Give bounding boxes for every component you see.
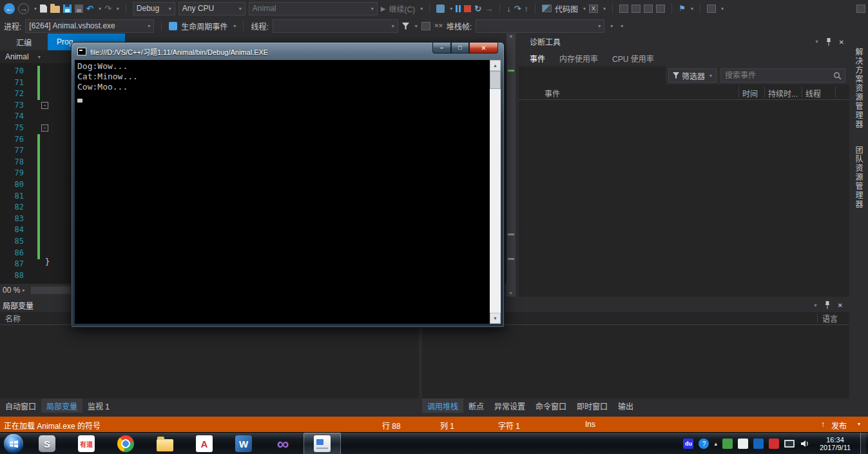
navigate-window-icon[interactable] xyxy=(656,5,665,13)
codemap-icon[interactable] xyxy=(542,5,552,12)
codemap-label[interactable]: 代码图 xyxy=(555,3,578,14)
window-position-icon[interactable] xyxy=(815,302,817,308)
tab-disassembly[interactable]: 汇编 xyxy=(0,34,48,50)
search-icon[interactable] xyxy=(833,72,842,80)
taskbar-button-running-console-app[interactable] xyxy=(304,433,341,454)
redo-icon[interactable] xyxy=(104,4,111,14)
step-into-icon[interactable] xyxy=(506,4,511,14)
full-screen-icon[interactable] xyxy=(644,5,653,13)
baidu-tray-icon[interactable]: du xyxy=(683,439,693,449)
stop-debugging-icon[interactable] xyxy=(464,5,471,12)
attach-process-icon[interactable] xyxy=(436,5,445,13)
search-events-box[interactable] xyxy=(720,68,845,83)
show-flagged-only-icon[interactable]: ✕✕ xyxy=(434,23,443,29)
antivirus-tray-icon[interactable] xyxy=(722,439,733,449)
bookmark-caret-icon[interactable] xyxy=(691,6,693,12)
undo-icon[interactable] xyxy=(86,4,93,14)
navigate-back-icon[interactable] xyxy=(4,3,15,14)
messenger-tray-icon[interactable] xyxy=(753,439,764,449)
diagnostics-title-bar[interactable]: 诊断工具 xyxy=(519,34,849,50)
scroll-up-icon[interactable] xyxy=(509,34,514,38)
save-icon[interactable] xyxy=(63,5,72,13)
tab-locals[interactable]: 局部变量 xyxy=(41,399,82,413)
split-window-icon[interactable] xyxy=(632,5,641,13)
column-thread[interactable]: 线程 xyxy=(805,88,821,99)
search-events-input[interactable] xyxy=(721,69,845,82)
pin-icon[interactable] xyxy=(824,301,831,309)
publish-caret-icon[interactable] xyxy=(858,421,860,427)
tab-events[interactable]: 事件 xyxy=(524,50,551,66)
console-scrollbar-thumb[interactable] xyxy=(490,71,501,89)
column-event[interactable]: 事件 xyxy=(545,88,560,99)
close-icon[interactable] xyxy=(838,301,843,310)
console-scroll-up-icon[interactable] xyxy=(490,60,501,71)
tab-output[interactable]: 输出 xyxy=(613,399,639,413)
tab-cpu-usage[interactable]: CPU 使用率 xyxy=(606,50,660,66)
column-time[interactable]: 时间 xyxy=(742,88,758,99)
fold-collapse-marker[interactable] xyxy=(41,124,48,132)
console-output-area[interactable]: Dog:Wow...Cat:Minow...Cow:Moo... xyxy=(75,60,501,324)
tab-command-window[interactable]: 命令窗口 xyxy=(530,399,572,413)
column-name[interactable]: 名称 xyxy=(5,313,21,324)
show-desktop-button[interactable] xyxy=(860,433,866,454)
project-dropdown-caret-icon[interactable] xyxy=(38,54,41,60)
publish-button[interactable]: 发布 xyxy=(831,420,847,431)
stack-frame-caret-icon[interactable] xyxy=(610,23,613,29)
startup-project-dropdown[interactable]: Animal xyxy=(249,2,378,15)
flag-tray-icon[interactable] xyxy=(769,439,779,449)
window-position-icon[interactable] xyxy=(816,39,818,44)
console-scroll-down-icon[interactable] xyxy=(490,313,501,324)
continue-caret-icon[interactable] xyxy=(420,6,423,12)
tab-exception-settings[interactable]: 异常设置 xyxy=(489,399,530,413)
filter-caret-icon[interactable] xyxy=(415,23,418,29)
tab-watch-1[interactable]: 监视 1 xyxy=(82,399,115,413)
filter-button[interactable]: 筛选器 xyxy=(668,68,717,83)
tab-immediate-window[interactable]: 即时窗口 xyxy=(572,399,613,413)
show-hidden-icons-arrow[interactable] xyxy=(714,440,717,447)
project-dropdown[interactable]: Animal xyxy=(5,52,29,61)
extensions-caret-icon[interactable] xyxy=(721,6,724,12)
platform-dropdown[interactable]: Any CPU xyxy=(178,2,246,15)
save-all-icon[interactable] xyxy=(75,5,83,13)
volume-icon[interactable] xyxy=(800,439,810,449)
start-button[interactable] xyxy=(4,434,23,453)
tab-solution-explorer[interactable]: 解决方案资源管理器 xyxy=(853,48,864,129)
console-scrollbar[interactable] xyxy=(490,60,501,324)
extensions-icon[interactable] xyxy=(707,5,716,13)
nav-history-caret-icon[interactable] xyxy=(34,6,37,12)
network-tray-icon[interactable] xyxy=(784,440,795,448)
taskbar-button-adobe-reader[interactable]: A xyxy=(186,433,223,454)
thread-filter-icon[interactable] xyxy=(402,23,409,30)
pin-icon[interactable] xyxy=(825,38,832,46)
minimize-button[interactable] xyxy=(432,43,451,54)
taskbar-button-visual-studio[interactable]: ∞ xyxy=(264,433,302,454)
navigate-forward-icon[interactable] xyxy=(18,3,29,14)
thread-dropdown[interactable] xyxy=(273,19,398,33)
architecture-caret-icon[interactable] xyxy=(603,6,606,12)
continue-label[interactable]: 继续(C) xyxy=(389,3,416,14)
break-all-icon[interactable] xyxy=(456,5,461,12)
console-title-bar[interactable]: file:///D:/VS/C++/习题1.11/Animal/bin/Debu… xyxy=(77,46,268,57)
step-over-icon[interactable] xyxy=(514,4,521,14)
maximize-button[interactable] xyxy=(451,43,469,54)
toolbar-overflow-icon[interactable] xyxy=(621,23,623,29)
tab-autos[interactable]: 自动窗口 xyxy=(0,399,41,413)
window-layout-icon[interactable] xyxy=(619,5,628,13)
fold-collapse-marker[interactable] xyxy=(41,102,48,109)
stack-frame-dropdown[interactable] xyxy=(476,19,604,33)
restart-icon[interactable] xyxy=(474,4,481,14)
architecture-icon[interactable]: X xyxy=(589,5,598,13)
toolbar-options-icon[interactable] xyxy=(856,5,865,13)
open-file-icon[interactable] xyxy=(50,6,60,13)
publish-arrow-icon[interactable]: ↑ xyxy=(821,420,825,429)
new-file-icon[interactable] xyxy=(40,5,47,13)
ime-tray-icon[interactable] xyxy=(738,439,748,449)
tab-team-explorer[interactable]: 团队资源管理器 xyxy=(853,146,864,209)
console-window[interactable]: file:///D:/VS/C++/习题1.11/Animal/bin/Debu… xyxy=(71,42,505,328)
help-tray-icon[interactable]: ? xyxy=(699,439,709,449)
zoom-dropdown[interactable]: 00 % xyxy=(3,286,24,295)
close-button[interactable] xyxy=(469,43,498,54)
lifecycle-events-icon[interactable] xyxy=(169,22,177,30)
close-icon[interactable] xyxy=(839,37,844,46)
column-duration[interactable]: 持续时... xyxy=(768,88,798,99)
